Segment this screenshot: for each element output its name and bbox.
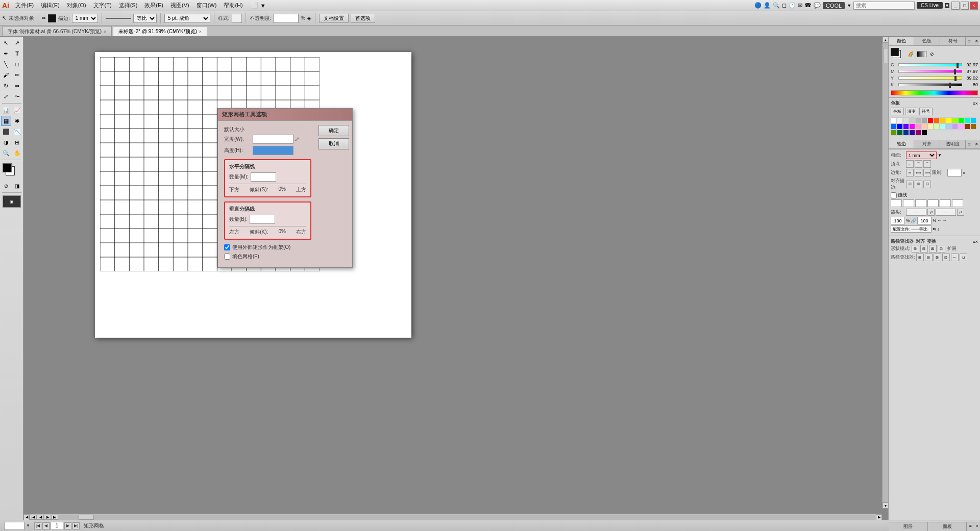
pf-close[interactable]: × [975,239,978,244]
select-tool[interactable]: ↖ [1,38,11,48]
color-swatch[interactable] [927,123,934,130]
text-tool[interactable]: T [12,48,22,59]
rect-tool[interactable]: □ [12,59,22,69]
resize-icon[interactable]: ⤢ [295,136,300,143]
layers-tab[interactable]: 图层 [889,522,928,531]
sync-icon[interactable]: 🔵 [754,2,762,9]
swatch-tab-pattern[interactable]: 符号 [919,108,933,115]
color-swatch[interactable] [903,130,909,136]
side-btn-2[interactable]: ⟾ [915,169,922,176]
opacity-input[interactable]: 100 [273,14,299,23]
color-swatch[interactable] [952,123,958,130]
rotate-tool[interactable]: ↻ [1,81,11,91]
menu-edit[interactable]: 编辑(E) [38,1,63,10]
c-thumb[interactable] [957,63,959,68]
toolbar-icon-2[interactable]: ▼ [260,3,266,9]
maximize-button[interactable]: □ [961,2,969,10]
zoom-dropdown[interactable]: ▼ [26,523,30,528]
scrollbar-vertical[interactable]: ▲ ▼ [882,37,888,509]
color-swatch[interactable] [946,117,952,123]
limit-input[interactable]: 10 [947,169,962,176]
zoom-input[interactable]: 91.59% [4,522,24,530]
color-swatch[interactable] [940,117,946,123]
scale-tool[interactable]: ⤢ [1,91,11,102]
dash-3-input[interactable] [940,199,951,207]
bar-chart-tool[interactable]: 📉 [12,127,22,137]
select-tool-icon[interactable]: ↖ [2,15,7,21]
stroke-weight-dropdown-icon[interactable]: ▼ [938,153,942,158]
color-swatch[interactable] [915,130,921,136]
stroke-weight-select[interactable]: 1 mm [906,151,937,159]
pf-btn-4[interactable]: ⊡ [942,254,950,261]
cool-dropdown-icon[interactable]: ▼ [847,3,851,8]
user-icon[interactable]: 👤 [764,2,771,9]
opacity-icon[interactable]: ◈ [307,15,311,21]
color-swatch[interactable] [934,117,940,123]
color-swatch[interactable] [927,117,934,123]
search-icon[interactable]: 🔍 [773,2,780,9]
scroll-thumb-h[interactable] [79,515,94,520]
toolbar-icon-1[interactable]: ⬜ [251,2,258,9]
color-swatch[interactable] [909,130,915,136]
symbol-tool[interactable]: ✱ [12,116,22,126]
scale-align-right[interactable]: → [942,218,946,223]
dash-1-input[interactable] [891,199,902,207]
color-swatch[interactable] [964,123,970,130]
arrowhead-end-flip[interactable]: ⇄ [957,209,964,216]
color-swatch[interactable] [891,130,897,136]
m-track[interactable] [898,70,962,73]
symbols-tab[interactable]: 符号 [940,37,966,45]
stroke-tab[interactable]: 笔边 [889,140,914,148]
arrowhead-start-flip[interactable]: ⇄ [927,209,935,216]
tab-1-close[interactable]: × [104,29,106,34]
gap-1-input[interactable] [903,199,914,207]
swatch-tab-gradient[interactable]: 渐变 [905,108,918,115]
profile-select[interactable]: 配置文件: ——等比 [891,225,932,233]
search-input[interactable] [853,2,915,10]
doc-settings-button[interactable]: 文档设置 [319,14,349,23]
checkbox-outer-rect[interactable] [224,244,230,250]
scroll-thumb-v[interactable] [883,48,888,63]
color-swatch[interactable] [915,123,921,130]
color-swatch[interactable] [958,117,964,123]
scrollbar-horizontal[interactable]: ◀ |◀ ◀ ▶ ▶| ▶ [23,514,882,520]
color-swatch[interactable] [921,130,927,136]
color-swatch[interactable] [952,117,958,123]
stroke-box[interactable] [891,48,899,56]
phone-icon[interactable]: ☎ [804,2,812,9]
panel-close-icon[interactable]: × [973,38,980,44]
color-swatch[interactable] [909,117,915,123]
menu-view[interactable]: 视图(V) [167,1,192,10]
swatches-close[interactable]: × [975,101,978,106]
transparency-tab[interactable]: 透明度 [940,140,966,148]
color-swatch[interactable] [964,117,970,123]
pf-btn-6[interactable]: ⊔ [960,254,967,261]
none-fill[interactable]: ⊘ [1,181,11,191]
gradient-tool[interactable]: ◑ [1,137,11,147]
line-tool[interactable]: ╲ [1,59,11,69]
color-swatch[interactable] [940,123,946,130]
stroke-panel-menu[interactable]: ≡ [966,141,973,147]
color-swatch[interactable] [909,123,915,130]
color-swatch[interactable] [958,123,964,130]
page-next-button[interactable]: ▶ [44,515,51,520]
menu-help[interactable]: 帮助(H) [220,1,246,10]
column-chart-tool[interactable]: ⬛ [1,127,11,137]
k-track[interactable] [898,83,962,86]
cs-live-button[interactable]: CS Live [917,2,943,9]
gap-2-input[interactable] [927,199,939,207]
stroke-color[interactable] [3,163,12,172]
scale-end-input[interactable] [917,217,932,224]
pf-btn-5[interactable]: ⋯ [951,254,959,261]
stroke-width-select[interactable]: 1 mm [72,14,98,23]
c-track[interactable] [898,63,962,66]
swatches-tab[interactable]: 色板 [914,37,940,45]
chat-icon[interactable]: 💬 [814,2,821,9]
prefs-button[interactable]: 首选项 [351,14,375,23]
none-color-icon[interactable]: ⊘ [930,52,934,57]
page-input[interactable] [51,522,63,530]
mail-icon[interactable]: ✉ [798,2,802,9]
zoom-tool[interactable]: 🔍 [1,148,11,158]
tab-1[interactable]: 字体 制作素材.ai @ 66.67% (CMYK/预览) × [2,26,112,36]
profile-flip-v[interactable]: ↕ [937,227,939,232]
